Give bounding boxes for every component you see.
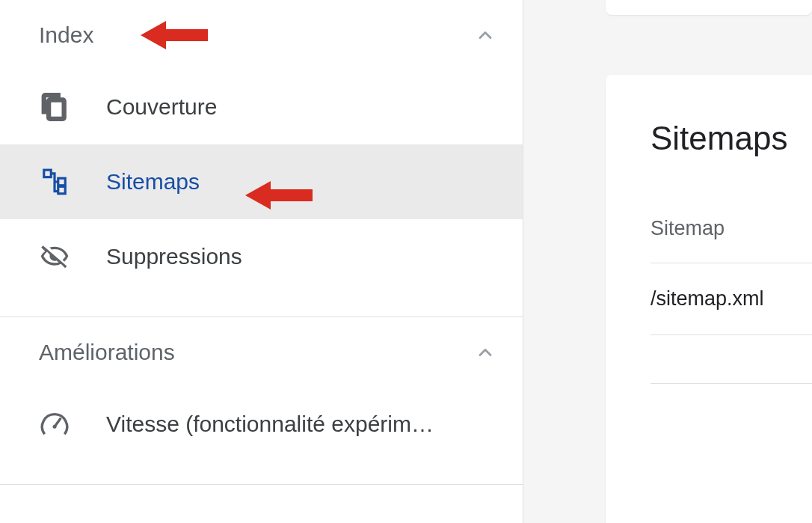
table-row[interactable] xyxy=(650,335,812,384)
nav-item-label: Vitesse (fonctionnalité expérim… xyxy=(106,412,500,437)
nav-item-label: Suppressions xyxy=(106,244,500,269)
speed-icon xyxy=(39,409,70,440)
section-header-index[interactable]: Index xyxy=(0,0,523,70)
nav-item-suppressions[interactable]: Suppressions xyxy=(0,219,523,294)
table-column-header: Sitemap xyxy=(650,217,812,263)
sitemap-icon xyxy=(39,166,70,198)
main-content: Sitemaps Sitemap /sitemap.xml xyxy=(523,0,812,523)
svg-rect-2 xyxy=(58,186,66,194)
svg-point-3 xyxy=(53,425,57,429)
sitemap-path: /sitemap.xml xyxy=(650,287,764,310)
card-top-sliver xyxy=(606,0,812,15)
section-title: Améliorations xyxy=(39,340,175,365)
sidebar: Index Couverture Sitemaps Supp xyxy=(0,0,523,523)
nav-item-couverture[interactable]: Couverture xyxy=(0,70,523,144)
nav-item-label: Sitemaps xyxy=(106,169,500,195)
sitemaps-card: Sitemaps Sitemap /sitemap.xml xyxy=(606,75,812,523)
section-header-ameliorations[interactable]: Améliorations xyxy=(0,317,523,387)
nav-item-label: Couverture xyxy=(106,94,500,120)
svg-rect-0 xyxy=(44,170,52,177)
divider xyxy=(0,484,523,485)
chevron-up-icon xyxy=(475,342,496,363)
card-title: Sitemaps xyxy=(650,120,812,157)
nav-item-sitemaps[interactable]: Sitemaps xyxy=(0,144,523,219)
nav-item-vitesse[interactable]: Vitesse (fonctionnalité expérim… xyxy=(0,387,523,462)
chevron-up-icon xyxy=(475,25,496,46)
visibility-off-icon xyxy=(39,241,70,272)
section-title: Index xyxy=(39,22,93,48)
pages-icon xyxy=(39,91,70,123)
svg-rect-1 xyxy=(58,178,66,186)
table-row[interactable]: /sitemap.xml xyxy=(650,263,812,335)
